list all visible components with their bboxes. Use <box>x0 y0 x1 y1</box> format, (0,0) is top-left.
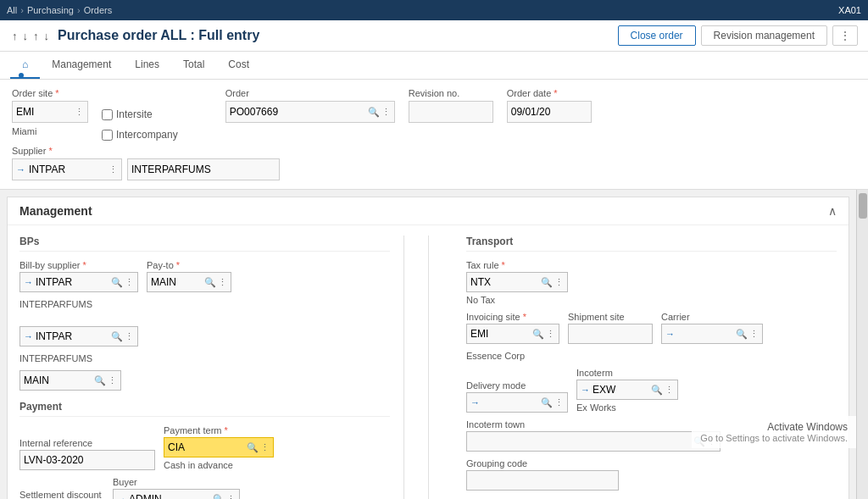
internal-ref-group: Internal reference LVN-03-2020 <box>19 438 155 470</box>
incoterm-town-field[interactable]: 🔍 ⋮ <box>466 431 721 452</box>
delivery-mode-field[interactable]: → 🔍 ⋮ <box>466 392 568 413</box>
payment-term-dots-icon[interactable]: ⋮ <box>260 442 270 453</box>
order-search-icon[interactable]: 🔍 <box>368 107 380 118</box>
right-scrollbar[interactable] <box>856 190 868 499</box>
shipment-site-input[interactable] <box>572 328 648 340</box>
bill-by-search-icon[interactable]: 🔍 <box>111 277 123 288</box>
internal-ref-field[interactable]: LVN-03-2020 <box>19 450 155 470</box>
pay-to2-dots-icon[interactable]: ⋮ <box>218 277 227 288</box>
incoterm-search-icon[interactable]: 🔍 <box>651 385 663 396</box>
settlement-discount-label: Settlement discount <box>19 490 104 499</box>
payment-term-search-icon[interactable]: 🔍 <box>247 442 259 453</box>
main-field[interactable]: MAIN 🔍 ⋮ <box>19 370 121 391</box>
nav-next-arrow[interactable]: ↓ <box>42 28 52 44</box>
invoicing-site-search-icon[interactable]: 🔍 <box>532 329 544 340</box>
main-dots-icon[interactable]: ⋮ <box>108 375 117 386</box>
pay-to-dots-icon[interactable]: ⋮ <box>125 331 134 342</box>
grouping-code-input[interactable] <box>470 474 615 486</box>
incoterm-field[interactable]: → EXW 🔍 ⋮ <box>576 380 678 400</box>
buyer-search-icon[interactable]: 🔍 <box>213 494 225 500</box>
order-site-field[interactable]: EMI ⋮ <box>12 101 88 123</box>
main-input[interactable]: MAIN <box>24 374 92 386</box>
tab-home[interactable]: ⌂ <box>10 52 40 79</box>
carrier-field[interactable]: → 🔍 ⋮ <box>661 324 763 344</box>
breadcrumb: All › Purchasing › Orders <box>7 5 112 15</box>
supplier-input[interactable]: INTPAR <box>29 164 108 175</box>
internal-ref-input[interactable]: LVN-03-2020 <box>24 454 151 466</box>
incoterm-note: Ex Works <box>576 402 678 413</box>
payment-term-group: Payment term * CIA 🔍 ⋮ Cash in advance <box>164 425 274 470</box>
tab-cost[interactable]: Cost <box>216 52 261 79</box>
incoterm-input[interactable]: EXW <box>593 384 649 396</box>
pay-to2-input[interactable]: MAIN <box>151 276 203 288</box>
page-title: Purchase order ALL : Full entry <box>58 28 259 43</box>
bill-by-supplier-input[interactable]: INTPAR <box>36 276 109 288</box>
incoterm-town-dots-icon[interactable]: ⋮ <box>707 436 716 447</box>
nav-up-arrow[interactable]: ↑ <box>10 28 19 44</box>
app-id: XA01 <box>838 5 861 15</box>
incoterm-town-search-icon[interactable]: 🔍 <box>693 436 705 447</box>
grouping-code-field[interactable] <box>466 470 619 491</box>
delivery-search-icon[interactable]: 🔍 <box>541 397 553 408</box>
order-site-group: Order site * EMI ⋮ Miami <box>12 88 88 136</box>
tax-rule-input[interactable]: NTX <box>470 276 539 288</box>
tab-total[interactable]: Total <box>171 52 216 79</box>
payment-term-field[interactable]: CIA 🔍 ⋮ <box>164 437 274 457</box>
intersite-checkbox[interactable] <box>102 109 113 120</box>
breadcrumb-all[interactable]: All <box>7 5 17 15</box>
incoterm-dots-icon[interactable]: ⋮ <box>665 385 674 396</box>
supplier-field[interactable]: → INTPAR ⋮ <box>12 158 122 180</box>
revision-management-button[interactable]: Revision management <box>701 25 827 46</box>
order-input[interactable]: PO007669 <box>230 106 366 118</box>
pay-to2-field[interactable]: MAIN 🔍 ⋮ <box>147 272 231 292</box>
carrier-search-icon[interactable]: 🔍 <box>736 329 748 340</box>
delivery-dots-icon[interactable]: ⋮ <box>554 397 564 408</box>
invoicing-site-field[interactable]: EMI 🔍 ⋮ <box>466 324 559 344</box>
breadcrumb-orders[interactable]: Orders <box>84 5 113 15</box>
order-date-input[interactable]: 09/01/20 <box>511 106 587 118</box>
close-order-button[interactable]: Close order <box>618 25 696 46</box>
shipment-site-field[interactable] <box>568 324 653 344</box>
carrier-dots-icon[interactable]: ⋮ <box>749 329 759 340</box>
bps-title: BPs <box>19 236 390 252</box>
order-field[interactable]: PO007669 🔍 ⋮ <box>225 101 395 123</box>
invoicing-site-dots-icon[interactable]: ⋮ <box>546 329 555 340</box>
incoterm-town-input[interactable] <box>470 435 692 447</box>
nav-prev-arrow[interactable]: ↑ <box>31 28 41 44</box>
scrollbar-thumb[interactable] <box>859 193 867 219</box>
order-site-input[interactable]: EMI <box>16 106 75 118</box>
supplier-label: Supplier * <box>12 146 280 156</box>
payment-term-input[interactable]: CIA <box>168 441 245 453</box>
order-site-dots-icon[interactable]: ⋮ <box>75 107 84 118</box>
tax-rule-dots-icon[interactable]: ⋮ <box>554 277 564 288</box>
supplier-dots-icon[interactable]: ⋮ <box>108 164 118 175</box>
bill-by-dots-icon[interactable]: ⋮ <box>125 277 134 288</box>
carrier-input[interactable] <box>677 328 734 340</box>
delivery-mode-input[interactable] <box>482 396 539 408</box>
tab-lines[interactable]: Lines <box>123 52 171 79</box>
tax-rule-field[interactable]: NTX 🔍 ⋮ <box>466 272 568 292</box>
main-search-icon[interactable]: 🔍 <box>94 375 106 386</box>
more-options-button[interactable]: ⋮ <box>832 25 858 46</box>
management-collapse-icon[interactable]: ∧ <box>828 204 837 218</box>
buyer-group: Buyer → ADMIN 🔍 ⋮ System Administrator <box>113 477 240 499</box>
nav-down-arrow[interactable]: ↓ <box>21 28 31 44</box>
invoicing-site-input[interactable]: EMI <box>470 328 531 340</box>
grouping-code-row: Grouping code <box>466 458 837 491</box>
order-date-field[interactable]: 09/01/20 <box>507 101 592 123</box>
bill-by-supplier-field[interactable]: → INTPAR 🔍 ⋮ <box>19 272 138 292</box>
pay-to-input[interactable]: INTPAR <box>36 330 109 342</box>
pay-to-search-icon[interactable]: 🔍 <box>111 331 123 342</box>
revision-no-field[interactable] <box>409 101 493 123</box>
intercompany-checkbox[interactable] <box>102 130 113 141</box>
buyer-input[interactable]: ADMIN <box>129 493 211 499</box>
revision-no-input[interactable] <box>413 106 489 118</box>
breadcrumb-purchasing[interactable]: Purchasing <box>27 5 74 15</box>
tax-rule-search-icon[interactable]: 🔍 <box>541 277 553 288</box>
tab-management[interactable]: Management <box>40 52 123 79</box>
pay-to2-search-icon[interactable]: 🔍 <box>204 277 216 288</box>
pay-to-field[interactable]: → INTPAR 🔍 ⋮ <box>19 326 138 347</box>
order-dots-icon[interactable]: ⋮ <box>381 107 391 118</box>
buyer-dots-icon[interactable]: ⋮ <box>226 494 236 500</box>
buyer-field[interactable]: → ADMIN 🔍 ⋮ <box>113 489 240 499</box>
